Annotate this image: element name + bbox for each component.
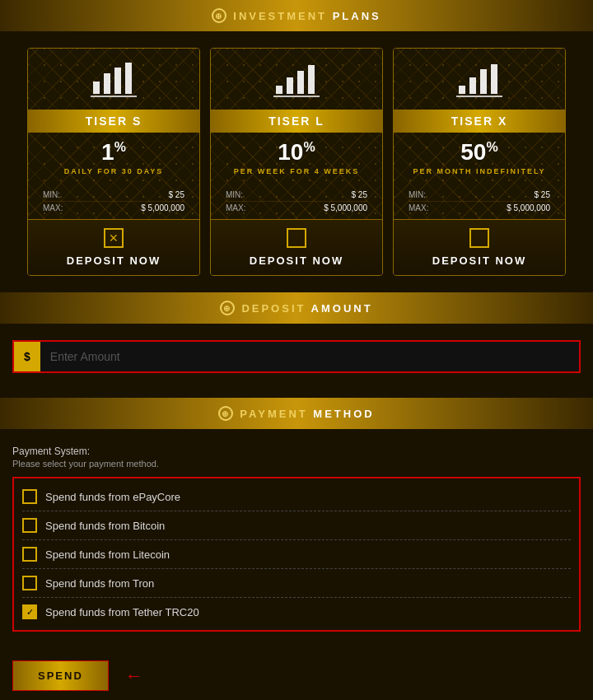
tiser-s-title: TISER S bbox=[28, 110, 199, 133]
payment-option-tron[interactable]: Spend funds from Tron bbox=[22, 569, 571, 598]
tiser-s-rate: 1% bbox=[36, 133, 191, 167]
svg-rect-13 bbox=[491, 64, 497, 94]
tiser-x-title: TISER X bbox=[394, 110, 565, 133]
tether-label: Spend funds from Tether TRC20 bbox=[45, 606, 199, 618]
payment-header-text: PAYMENT METHOD bbox=[240, 408, 374, 420]
svg-rect-7 bbox=[297, 71, 304, 94]
tiser-s-deposit-label[interactable]: DEPOSIT NOW bbox=[67, 254, 161, 267]
payment-sublabel: Please select your payment method. bbox=[12, 459, 581, 469]
plan-card-tiser-s: TISER S 1% DAILY FOR 30 DAYS MIN: $ 25 M… bbox=[27, 48, 200, 276]
tiser-s-period: DAILY FOR 30 DAYS bbox=[36, 167, 191, 184]
spend-button[interactable]: SPEND bbox=[12, 660, 109, 691]
tiser-s-deposit-checkbox[interactable] bbox=[104, 228, 124, 248]
payment-circle-icon: ⊕ bbox=[218, 406, 233, 421]
tiser-s-deposit-section: DEPOSIT NOW bbox=[28, 219, 199, 275]
tiser-l-period: PER WEEK FOR 4 WEEKS bbox=[219, 167, 374, 184]
investment-plans-header: ⊕ INVESTMENT PLANS bbox=[0, 0, 593, 31]
svg-rect-6 bbox=[287, 77, 293, 94]
investment-header-text: INVESTMENT PLANS bbox=[233, 10, 381, 22]
svg-rect-11 bbox=[469, 77, 476, 94]
tiser-x-deposit-section: DEPOSIT NOW bbox=[394, 219, 565, 275]
tron-checkbox[interactable] bbox=[22, 576, 37, 590]
tether-checkbox[interactable] bbox=[22, 604, 37, 619]
svg-rect-5 bbox=[276, 86, 282, 94]
litecoin-label: Spend funds from Litecoin bbox=[45, 548, 170, 561]
tiser-x-deposit-label[interactable]: DEPOSIT NOW bbox=[432, 254, 526, 267]
svg-rect-12 bbox=[480, 69, 487, 94]
plan-card-tiser-l: TISER L 10% PER WEEK FOR 4 WEEKS MIN: $ … bbox=[210, 48, 383, 276]
tiser-x-minmax: MIN: $ 25 MAX: $ 5,000,000 bbox=[402, 184, 557, 219]
amount-prefix: $ bbox=[14, 342, 40, 371]
deposit-header-text: DEPOSIT AMOUNT bbox=[241, 302, 372, 315]
svg-rect-0 bbox=[93, 82, 100, 94]
svg-rect-2 bbox=[114, 68, 121, 94]
bitcoin-checkbox[interactable] bbox=[22, 518, 37, 533]
tiser-l-rate: 10% bbox=[219, 133, 374, 167]
deposit-circle-icon: ⊕ bbox=[220, 301, 235, 315]
payment-option-bitcoin[interactable]: Spend funds from Bitcoin bbox=[22, 511, 571, 540]
tiser-s-chart-icon bbox=[36, 61, 191, 101]
payment-method-header: ⊕ PAYMENT METHOD bbox=[0, 398, 593, 429]
tiser-l-deposit-checkbox[interactable] bbox=[287, 228, 306, 248]
epaycore-checkbox[interactable] bbox=[22, 489, 37, 504]
amount-input-container: $ bbox=[12, 340, 581, 373]
investment-plans-section: TISER S 1% DAILY FOR 30 DAYS MIN: $ 25 M… bbox=[0, 31, 593, 292]
litecoin-checkbox[interactable] bbox=[22, 547, 37, 562]
tiser-l-deposit-section: DEPOSIT NOW bbox=[211, 219, 382, 275]
tiser-l-minmax: MIN: $ 25 MAX: $ 5,000,000 bbox=[219, 184, 374, 219]
payment-option-litecoin[interactable]: Spend funds from Litecoin bbox=[22, 540, 571, 569]
tiser-l-title: TISER L bbox=[211, 110, 382, 133]
payment-option-epaycore[interactable]: Spend funds from ePayCore bbox=[22, 483, 571, 511]
tiser-l-chart-icon bbox=[219, 61, 374, 101]
tiser-x-chart-icon bbox=[402, 61, 557, 101]
plans-grid: TISER S 1% DAILY FOR 30 DAYS MIN: $ 25 M… bbox=[12, 48, 581, 276]
svg-rect-8 bbox=[308, 65, 315, 94]
amount-input[interactable] bbox=[40, 342, 579, 371]
plan-card-tiser-x: TISER X 50% PER MONTH INDEFINITELY MIN: … bbox=[393, 48, 566, 276]
spend-section: SPEND ← bbox=[0, 648, 593, 700]
payment-system-label: Payment System: bbox=[12, 446, 581, 457]
payment-options-box: Spend funds from ePayCore Spend funds fr… bbox=[12, 477, 581, 632]
tiser-x-period: PER MONTH INDEFINITELY bbox=[402, 167, 557, 184]
tiser-s-minmax: MIN: $ 25 MAX: $ 5,000,000 bbox=[36, 184, 191, 219]
deposit-amount-section: $ ← bbox=[0, 324, 593, 390]
investment-circle-icon: ⊕ bbox=[212, 8, 226, 23]
tiser-x-rate: 50% bbox=[402, 133, 557, 167]
spend-arrow-indicator: ← bbox=[125, 665, 143, 687]
svg-rect-10 bbox=[459, 86, 465, 94]
tiser-l-deposit-label[interactable]: DEPOSIT NOW bbox=[250, 254, 343, 267]
bitcoin-label: Spend funds from Bitcoin bbox=[45, 520, 165, 532]
svg-rect-3 bbox=[125, 63, 132, 94]
tron-label: Spend funds from Tron bbox=[45, 577, 154, 590]
spend-row: SPEND ← bbox=[12, 660, 581, 691]
payment-method-section: Payment System: Please select your payme… bbox=[0, 429, 593, 648]
deposit-amount-header: ⊕ DEPOSIT AMOUNT bbox=[0, 292, 593, 324]
tiser-x-deposit-checkbox[interactable] bbox=[469, 228, 489, 248]
svg-rect-1 bbox=[104, 73, 110, 94]
payment-option-tether[interactable]: Spend funds from Tether TRC20 bbox=[22, 598, 571, 626]
epaycore-label: Spend funds from ePayCore bbox=[45, 491, 180, 503]
